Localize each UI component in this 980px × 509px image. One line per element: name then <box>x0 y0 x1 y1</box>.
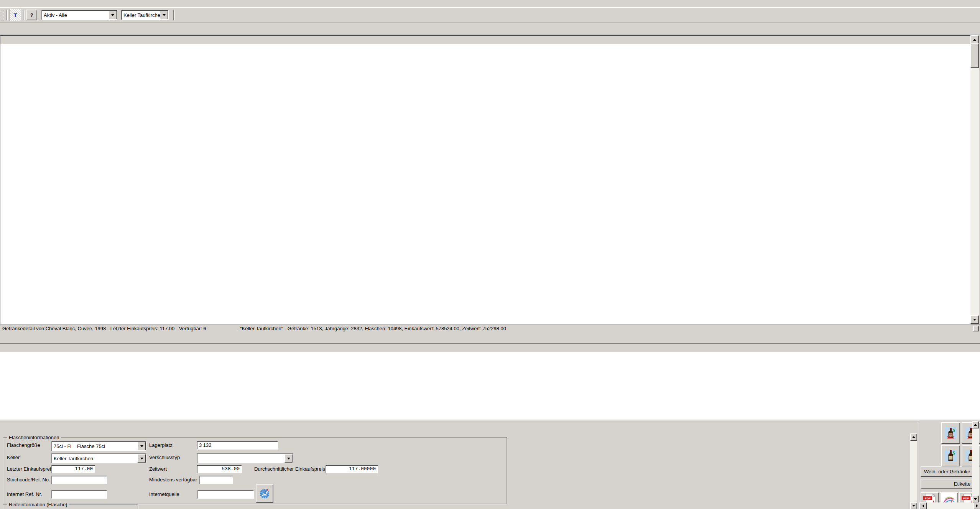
bottle-dollar-icon: $ <box>945 450 957 461</box>
open-internet-source-button[interactable] <box>256 484 273 503</box>
groupbox-title: Flascheninformationen <box>7 435 61 440</box>
bottle-size-dropdown[interactable]: 75cl - Fl = Flasche 75cl <box>51 441 146 451</box>
barcode-label: Strichcode/Ref. No. <box>7 476 50 484</box>
status-filter-value: Aktiv - Alle <box>42 12 109 18</box>
toolbar-separator <box>23 10 25 20</box>
status-filter-dropdown[interactable]: Aktiv - Alle <box>41 10 117 20</box>
scroll-up-button[interactable] <box>910 433 917 441</box>
panel-horizontal-scrollbar[interactable] <box>919 502 980 509</box>
text-format-toggle-button[interactable]: T <box>10 9 21 21</box>
results-header-row <box>0 36 970 44</box>
current-value-field[interactable]: 538.00 <box>197 465 242 473</box>
scroll-right-button[interactable] <box>973 502 980 509</box>
horizontal-splitter[interactable] <box>0 418 980 422</box>
closure-type-label: Verschlusstyp <box>149 453 180 462</box>
search-results-table <box>0 35 971 325</box>
average-purchase-price-field[interactable]: 117.00000 <box>326 465 378 473</box>
form-vertical-scrollbar[interactable] <box>910 433 917 509</box>
scroll-down-button[interactable] <box>970 315 979 324</box>
cellar-label: Keller <box>7 453 20 462</box>
panel-vertical-scrollbar[interactable] <box>972 421 979 502</box>
cellar-dropdown[interactable]: Keller Taufkirchen <box>51 453 146 463</box>
label-image-button[interactable]: $ <box>941 445 960 466</box>
last-purchase-price-label: Letzter Einkaufspreis <box>7 465 53 473</box>
storage-location-field[interactable]: 3 132 <box>197 441 278 450</box>
minimum-available-field[interactable] <box>199 476 233 484</box>
bottle-detail-form: Flascheninformationen Flaschengröße 75cl… <box>0 433 909 509</box>
chevron-down-icon[interactable] <box>160 11 168 19</box>
svg-text:1955: 1955 <box>947 435 954 439</box>
keller-filter-dropdown[interactable]: Keller Taufkirchen <box>121 10 169 20</box>
chevron-down-icon[interactable] <box>138 442 146 450</box>
average-purchase-price-label: Durchschnittlicher Einkaufspreis <box>254 465 325 473</box>
scroll-down-button[interactable] <box>972 496 979 503</box>
barcode-field[interactable] <box>51 476 107 484</box>
scroll-up-button[interactable] <box>970 35 979 44</box>
toolbar-separator <box>6 10 8 20</box>
vintages-panel <box>0 343 980 419</box>
scroll-up-button[interactable] <box>972 421 979 428</box>
status-bar: Getränkedetail von:Cheval Blanc, Cuvee, … <box>0 325 980 332</box>
chevron-down-icon[interactable] <box>284 454 293 463</box>
cellar-value: Keller Taufkirchen <box>52 456 138 461</box>
minimum-available-label: Mindestens verfügbar <box>149 476 197 484</box>
text-format-label: T <box>13 12 17 18</box>
internet-ref-label: Internet Ref. Nr. <box>7 490 42 499</box>
chevron-down-icon[interactable] <box>109 11 117 19</box>
wine-or-drink-button[interactable]: Wein- oder Getränke <box>921 466 978 477</box>
storage-location-label: Lagerplatz <box>149 441 173 450</box>
svg-text:$: $ <box>953 450 955 456</box>
status-summary-text: - "Keller Taufkirchen" - Getränke: 1513,… <box>237 326 506 331</box>
reifeinformation-groupbox: Reifeinformation (Flasche) <box>3 504 138 509</box>
vintages-header-row <box>0 344 980 352</box>
internet-icon <box>258 487 271 500</box>
toolbar-separator <box>173 10 175 20</box>
last-purchase-price-field[interactable]: 117.00 <box>51 465 95 473</box>
help-button[interactable]: ? <box>26 10 37 20</box>
toolbar: T ? Aktiv - Alle Keller Taufkirchen <box>0 7 980 23</box>
scrollbar-thumb[interactable] <box>970 43 979 68</box>
current-value-label: Zeitwert <box>149 465 167 473</box>
status-bar-button[interactable] <box>973 326 979 331</box>
help-icon: ? <box>30 12 33 18</box>
label-image-panel: $1955 $1955 $ $ Wein- oder Getränke Etik… <box>919 420 980 509</box>
toolbar-grip[interactable] <box>1 10 3 20</box>
label-print-button[interactable]: Etikette d <box>921 479 978 489</box>
label-image-button[interactable]: $1955 <box>941 422 960 444</box>
tab-strip-rule <box>0 34 980 35</box>
scroll-down-button[interactable] <box>910 502 917 509</box>
internet-source-field[interactable] <box>197 490 254 499</box>
internet-ref-field[interactable] <box>51 490 107 499</box>
svg-text:PDF: PDF <box>963 497 969 500</box>
results-vertical-scrollbar[interactable] <box>970 35 979 324</box>
svg-text:$: $ <box>953 428 955 433</box>
menu-bar <box>0 0 980 7</box>
groupbox-title: Reifeinformation (Flasche) <box>7 502 69 507</box>
internet-source-label: Internetquelle <box>149 490 179 499</box>
closure-type-dropdown[interactable] <box>197 453 293 463</box>
scroll-left-button[interactable] <box>919 502 927 509</box>
svg-text:PDF: PDF <box>925 497 931 500</box>
bottle-1955-icon: $1955 <box>945 427 957 439</box>
chevron-down-icon[interactable] <box>138 454 146 463</box>
keller-filter-value: Keller Taufkirchen <box>122 12 160 18</box>
status-detail-text: Getränkedetail von:Cheval Blanc, Cuvee, … <box>2 326 206 331</box>
bottle-size-value: 75cl - Fl = Flasche 75cl <box>52 443 138 449</box>
bottle-size-label: Flaschengröße <box>7 441 40 450</box>
